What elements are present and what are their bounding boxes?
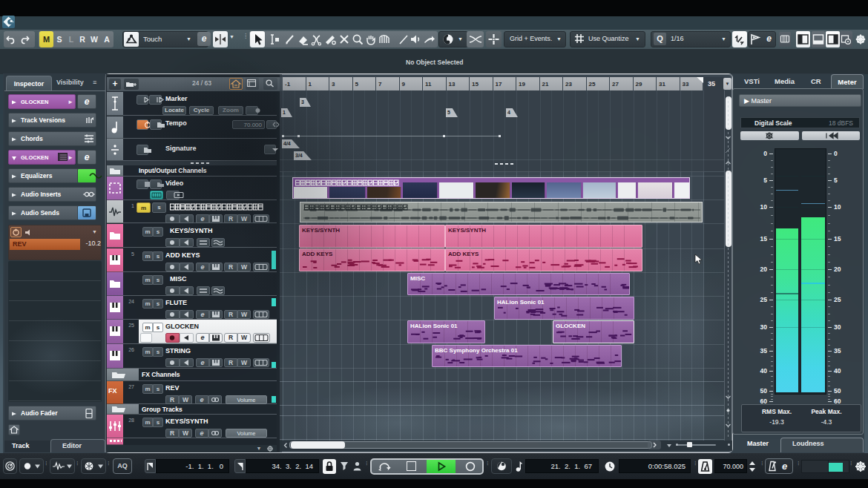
svg-text:e: e — [782, 461, 787, 472]
